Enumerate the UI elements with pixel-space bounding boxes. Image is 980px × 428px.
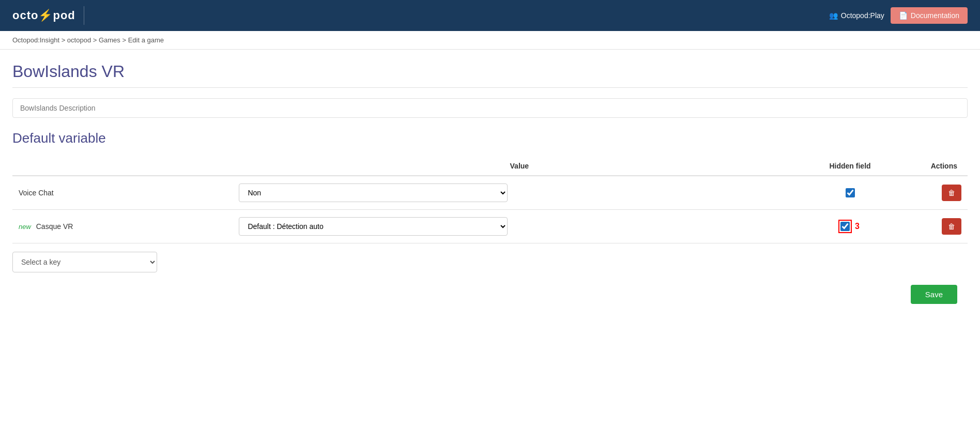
row2-hidden-wrapper: 3	[812, 222, 888, 231]
row1-hidden-checkbox[interactable]	[846, 188, 855, 197]
title-divider	[12, 87, 968, 88]
col-header-actions: Actions	[894, 157, 968, 176]
row2-actions-cell: 🗑	[894, 210, 968, 243]
row2-value-select[interactable]: Default : Détection auto	[239, 217, 508, 236]
row2-hidden-checkbox[interactable]	[840, 222, 850, 231]
documentation-button[interactable]: 📄 Documentation	[891, 7, 968, 24]
row2-name: new Casque VR	[12, 210, 233, 243]
col-header-name	[12, 157, 233, 176]
doc-icon: 📄	[899, 11, 908, 20]
header-right: 👥 Octopod:Play 📄 Documentation	[829, 7, 968, 24]
breadcrumb: Octopod:Insight > octopod > Games > Edit…	[0, 31, 980, 50]
description-input[interactable]	[12, 98, 968, 118]
header-left: octo⚡pod	[12, 6, 84, 25]
row1-hidden-wrapper	[812, 188, 888, 197]
row1-delete-button[interactable]: 🗑	[942, 185, 961, 201]
play-icon: 👥	[829, 11, 838, 20]
table-row: new Casque VR Default : Détection auto 3…	[12, 210, 968, 243]
header-divider	[84, 6, 84, 25]
row2-value-cell: Default : Détection auto	[233, 210, 806, 243]
octopod-play-button[interactable]: 👥 Octopod:Play	[829, 11, 884, 20]
row1-hidden-cell	[806, 176, 894, 210]
add-key-row: Select a key	[12, 243, 968, 272]
table-header-row: Value Hidden field Actions	[12, 157, 968, 176]
header: octo⚡pod 👥 Octopod:Play 📄 Documentation	[0, 0, 980, 31]
col-header-hidden: Hidden field	[806, 157, 894, 176]
octopod-play-label: Octopod:Play	[841, 11, 884, 20]
col-header-value: Value	[233, 157, 806, 176]
select-key-dropdown[interactable]: Select a key	[12, 252, 157, 272]
documentation-label: Documentation	[911, 11, 959, 20]
badge-3: 3	[855, 222, 860, 231]
row1-value-cell: Non Oui	[233, 176, 806, 210]
table-row: Voice Chat Non Oui 🗑	[12, 176, 968, 210]
row1-actions-cell: 🗑	[894, 176, 968, 210]
main-content: BowIslands VR Default variable Value Hid…	[0, 50, 980, 428]
row2-hidden-cell: 3	[806, 210, 894, 243]
row1-value-select[interactable]: Non Oui	[239, 184, 508, 202]
save-button[interactable]: Save	[911, 285, 957, 304]
new-badge: new	[19, 223, 31, 231]
variables-table: Value Hidden field Actions Voice Chat No…	[12, 157, 968, 243]
row2-delete-button[interactable]: 🗑	[942, 218, 961, 235]
page-title: BowIslands VR	[12, 62, 968, 81]
row1-name: Voice Chat	[12, 176, 233, 210]
footer-row: Save	[12, 272, 968, 304]
section-title: Default variable	[12, 130, 968, 146]
logo: octo⚡pod	[12, 9, 75, 22]
